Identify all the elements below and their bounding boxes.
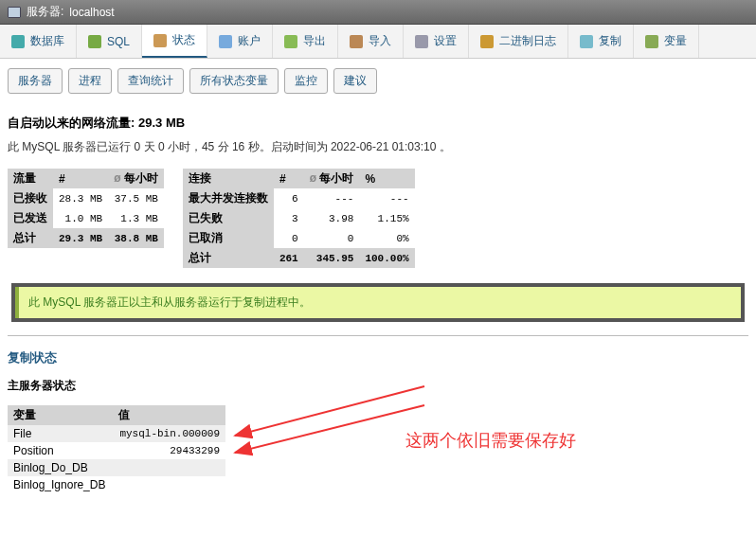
subnav-查询统计[interactable]: 查询统计 (117, 68, 184, 94)
nav-icon (580, 35, 593, 48)
tab-export[interactable]: 导出 (273, 25, 338, 58)
nav-label: 复制 (599, 33, 621, 49)
subnav-服务器[interactable]: 服务器 (8, 68, 63, 94)
tab-settings[interactable]: 设置 (404, 25, 469, 58)
nav-icon (88, 35, 101, 48)
table-row: 已发送1.0 MB1.3 MB (8, 208, 164, 228)
tab-import[interactable]: 导入 (338, 25, 404, 58)
nav-label: 导出 (303, 33, 326, 49)
nav-icon (219, 35, 232, 48)
nav-icon (350, 35, 363, 48)
master-status-table: 变量 值 Filemysql-bin.000009Position2943329… (8, 405, 225, 493)
svg-line-2 (235, 405, 424, 453)
annotation-text: 这两个依旧需要保存好 (405, 429, 576, 452)
tab-sql[interactable]: SQL (77, 25, 142, 58)
breadcrumb-server-label: 服务器: (27, 4, 63, 20)
nav-label: SQL (107, 35, 130, 48)
table-row: 已接收28.3 MB37.5 MB (8, 188, 164, 208)
traffic-heading: 自启动以来的网络流量: 29.3 MB (8, 115, 748, 132)
table-row: Position29433299 (8, 442, 225, 459)
nav-icon (645, 35, 658, 48)
nav-label: 导入 (369, 33, 391, 49)
server-icon (8, 7, 21, 18)
table-row: 已失败33.981.15% (183, 208, 415, 228)
master-status-heading: 主服务器状态 (8, 378, 748, 394)
table-row: Binlog_Ignore_DB (8, 476, 225, 493)
nav-label: 状态 (172, 32, 195, 48)
nav-icon (153, 34, 167, 47)
breadcrumb: 服务器: localhost (0, 0, 756, 25)
breadcrumb-host: localhost (69, 6, 114, 19)
reload-icon: ø (114, 171, 120, 185)
table-row: 最大并发连接数6------ (183, 188, 415, 208)
connections-table: 连接 # ø 每小时 % 最大并发连接数6------已失败33.981.15%… (183, 169, 415, 268)
subnav-所有状态变量[interactable]: 所有状态变量 (189, 68, 279, 94)
table-row: 已取消000% (183, 228, 415, 248)
table-row: Binlog_Do_DB (8, 459, 225, 476)
table-row: Filemysql-bin.000009 (8, 425, 225, 442)
tab-replication[interactable]: 复制 (568, 25, 634, 58)
tab-databases[interactable]: 数据库 (0, 25, 77, 58)
subnav-建议[interactable]: 建议 (333, 68, 377, 94)
top-nav: 数据库SQL状态账户导出导入设置二进制日志复制变量 (0, 25, 756, 59)
nav-label: 账户 (238, 33, 261, 49)
divider (8, 335, 748, 336)
nav-icon (284, 35, 297, 48)
nav-label: 二进制日志 (499, 33, 556, 49)
sub-nav: 服务器进程查询统计所有状态变量监控建议 (0, 59, 756, 103)
tab-binlog[interactable]: 二进制日志 (469, 25, 568, 58)
nav-icon (415, 35, 428, 48)
uptime-text: 此 MySQL 服务器已运行 0 天 0 小时，45 分 16 秒。启动时间为 … (8, 139, 748, 155)
tab-variables[interactable]: 变量 (634, 25, 699, 58)
replication-notice: 此 MySQL 服务器正以主和从服务器运行于复制进程中。 (11, 283, 745, 322)
reload-icon: ø (310, 171, 316, 185)
subnav-监控[interactable]: 监控 (284, 68, 328, 94)
nav-label: 变量 (664, 33, 687, 49)
subnav-进程[interactable]: 进程 (68, 68, 112, 94)
nav-label: 设置 (434, 33, 457, 49)
nav-icon (11, 35, 25, 48)
tab-status[interactable]: 状态 (142, 25, 207, 58)
nav-label: 数据库 (30, 33, 64, 49)
nav-icon (480, 35, 494, 48)
replication-status-heading: 复制状态 (8, 349, 748, 366)
traffic-table: 流量 # ø 每小时 已接收28.3 MB37.5 MB已发送1.0 MB1.3… (8, 169, 164, 248)
tab-accounts[interactable]: 账户 (207, 25, 273, 58)
